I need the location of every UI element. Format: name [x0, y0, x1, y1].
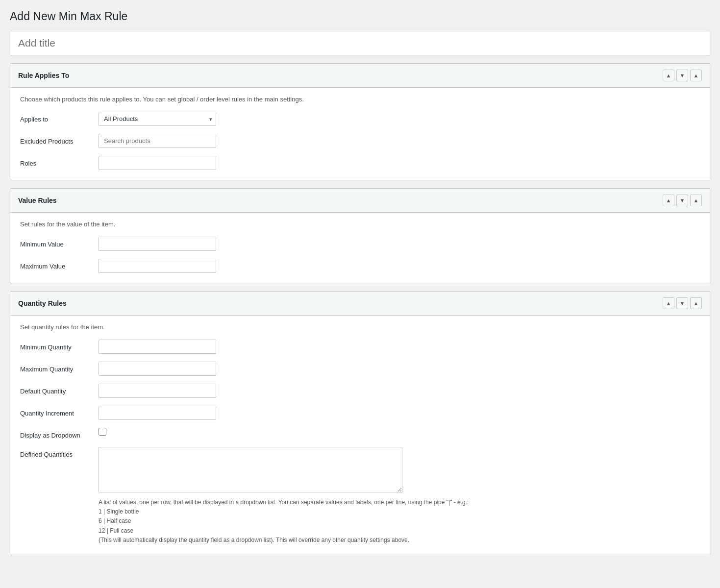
defined-quantities-textarea[interactable] [99, 447, 402, 492]
quantity-rules-title: Quantity Rules [18, 299, 67, 307]
quantity-increment-label: Quantity Increment [20, 406, 99, 417]
excluded-products-label: Excluded Products [20, 134, 99, 145]
quantity-increment-input[interactable] [99, 406, 216, 420]
applies-to-label: Applies to [20, 112, 99, 123]
minimum-quantity-label: Minimum Quantity [20, 340, 99, 351]
quantity-collapse-up-button[interactable]: ▲ [663, 297, 674, 309]
value-close-section-button[interactable]: ▲ [690, 195, 702, 206]
value-rules-header: Value Rules ▲ ▼ ▲ [10, 189, 710, 213]
quantity-increment-row: Quantity Increment [20, 406, 700, 420]
quantity-section-controls: ▲ ▼ ▲ [663, 297, 702, 309]
rule-applies-to-description: Choose which products this rule applies … [20, 96, 700, 103]
quantity-collapse-down-button[interactable]: ▼ [676, 297, 688, 309]
section-controls: ▲ ▼ ▲ [663, 70, 702, 81]
value-rules-section: Value Rules ▲ ▼ ▲ Set rules for the valu… [10, 188, 710, 283]
rule-applies-to-header: Rule Applies To ▲ ▼ ▲ [10, 64, 710, 88]
quantity-increment-field [99, 406, 700, 420]
value-section-controls: ▲ ▼ ▲ [663, 195, 702, 206]
applies-to-row: Applies to All Products Specific Product… [20, 112, 700, 126]
applies-to-select-wrap: All Products Specific Products Specific … [99, 112, 216, 126]
excluded-products-row: Excluded Products [20, 134, 700, 148]
excluded-products-field [99, 134, 700, 148]
minimum-value-input[interactable] [99, 237, 216, 251]
maximum-value-input[interactable] [99, 259, 216, 273]
value-collapse-up-button[interactable]: ▲ [663, 195, 674, 206]
maximum-value-row: Maximum Value [20, 259, 700, 273]
display-as-dropdown-row: Display as Dropdown [20, 428, 700, 439]
maximum-quantity-input[interactable] [99, 362, 216, 376]
minimum-quantity-input[interactable] [99, 340, 216, 354]
minimum-value-label: Minimum Value [20, 237, 99, 248]
minimum-value-field [99, 237, 700, 251]
quantity-rules-header: Quantity Rules ▲ ▼ ▲ [10, 292, 710, 316]
maximum-quantity-field [99, 362, 700, 376]
maximum-quantity-row: Maximum Quantity [20, 362, 700, 376]
defined-quantities-label: Defined Quantities [20, 447, 99, 458]
defined-quantities-field: A list of values, one per row, that will… [99, 447, 700, 545]
page-title: Add New Min Max Rule [10, 10, 710, 23]
defined-quantities-help: A list of values, one per row, that will… [99, 498, 700, 545]
display-as-dropdown-checkbox[interactable] [99, 428, 106, 436]
display-as-dropdown-field [99, 428, 700, 436]
value-rules-title: Value Rules [18, 196, 57, 204]
value-collapse-down-button[interactable]: ▼ [676, 195, 688, 206]
minimum-value-row: Minimum Value [20, 237, 700, 251]
value-rules-body: Set rules for the value of the item. Min… [10, 213, 710, 283]
quantity-rules-description: Set quantity rules for the item. [20, 323, 700, 331]
default-quantity-input[interactable] [99, 384, 216, 398]
defined-quantities-row: Defined Quantities A list of values, one… [20, 447, 700, 545]
maximum-quantity-label: Maximum Quantity [20, 362, 99, 373]
minimum-quantity-row: Minimum Quantity [20, 340, 700, 354]
roles-label: Roles [20, 156, 99, 167]
quantity-close-section-button[interactable]: ▲ [690, 297, 702, 309]
excluded-products-input[interactable] [99, 134, 216, 148]
rule-applies-to-body: Choose which products this rule applies … [10, 88, 710, 180]
maximum-value-label: Maximum Value [20, 259, 99, 270]
roles-row: Roles [20, 156, 700, 170]
title-input-wrapper [10, 31, 710, 55]
applies-to-field: All Products Specific Products Specific … [99, 112, 700, 126]
default-quantity-label: Default Quantity [20, 384, 99, 395]
rule-applies-to-section: Rule Applies To ▲ ▼ ▲ Choose which produ… [10, 63, 710, 180]
applies-to-select[interactable]: All Products Specific Products Specific … [99, 112, 216, 126]
close-section-button[interactable]: ▲ [690, 70, 702, 81]
roles-input[interactable] [99, 156, 216, 170]
rule-title-input[interactable] [10, 31, 710, 55]
collapse-up-button[interactable]: ▲ [663, 70, 674, 81]
default-quantity-row: Default Quantity [20, 384, 700, 398]
maximum-value-field [99, 259, 700, 273]
minimum-quantity-field [99, 340, 700, 354]
display-as-dropdown-label: Display as Dropdown [20, 428, 99, 439]
quantity-rules-section: Quantity Rules ▲ ▼ ▲ Set quantity rules … [10, 291, 710, 555]
default-quantity-field [99, 384, 700, 398]
rule-applies-to-title: Rule Applies To [18, 72, 69, 79]
value-rules-description: Set rules for the value of the item. [20, 220, 700, 228]
roles-field [99, 156, 700, 170]
quantity-rules-body: Set quantity rules for the item. Minimum… [10, 316, 710, 555]
collapse-down-button[interactable]: ▼ [676, 70, 688, 81]
